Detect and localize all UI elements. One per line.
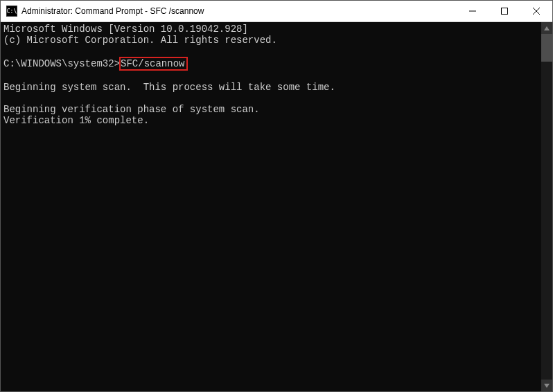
- output-line: Beginning system scan. This process will…: [3, 82, 335, 93]
- close-icon: [533, 8, 540, 15]
- minimize-icon: [469, 8, 476, 15]
- svg-rect-1: [502, 8, 508, 15]
- scroll-down-button[interactable]: [541, 380, 552, 391]
- maximize-button[interactable]: [489, 1, 520, 21]
- scroll-up-button[interactable]: [541, 22, 552, 34]
- titlebar[interactable]: C:\ Administrator: Command Prompt - SFC …: [1, 1, 552, 22]
- chevron-down-icon: [544, 384, 550, 388]
- cmd-icon: C:\: [6, 6, 17, 17]
- window-controls: [457, 1, 552, 21]
- close-button[interactable]: [520, 1, 552, 21]
- maximize-icon: [501, 8, 508, 15]
- chevron-up-icon: [544, 26, 550, 30]
- scroll-thumb[interactable]: [541, 34, 552, 62]
- scrollbar[interactable]: [541, 22, 552, 391]
- prompt-path: C:\WINDOWS\system32>: [3, 58, 120, 69]
- minimize-button[interactable]: [457, 1, 489, 21]
- output-line: Beginning verification phase of system s…: [3, 104, 260, 115]
- output-line: Verification 1% complete.: [3, 115, 149, 126]
- command-prompt-window: C:\ Administrator: Command Prompt - SFC …: [0, 0, 553, 392]
- terminal-output[interactable]: Microsoft Windows [Version 10.0.19042.92…: [1, 22, 541, 391]
- output-line: (c) Microsoft Corporation. All rights re…: [3, 35, 277, 46]
- output-line: Microsoft Windows [Version 10.0.19042.92…: [3, 24, 248, 35]
- window-title: Administrator: Command Prompt - SFC /sca…: [21, 6, 457, 16]
- command-highlight: SFC/scannow: [119, 57, 188, 71]
- terminal-area: Microsoft Windows [Version 10.0.19042.92…: [1, 22, 552, 391]
- command-text: SFC/scannow: [121, 58, 184, 69]
